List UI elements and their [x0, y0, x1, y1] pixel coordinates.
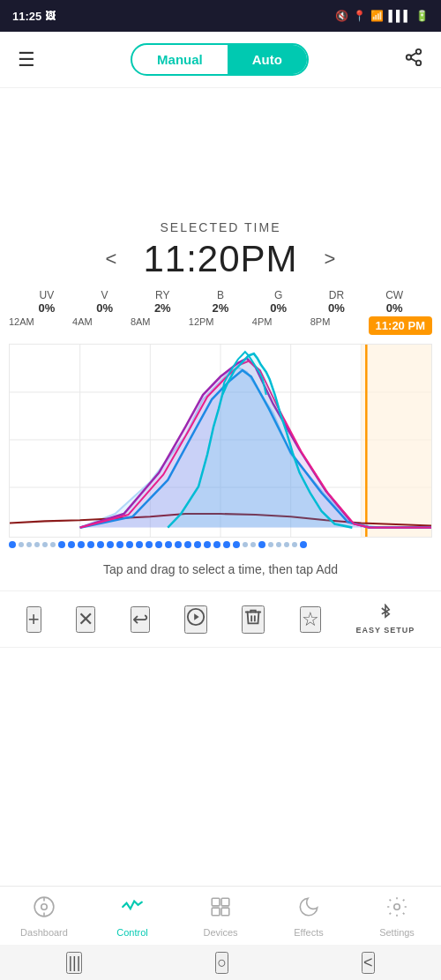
add-icon: + — [28, 608, 40, 631]
recent-apps-button[interactable]: ||| — [66, 952, 82, 974]
star-button[interactable]: ☆ — [300, 606, 321, 633]
status-bar: 11:25 🖼 🔇 📍 📶 ▌▌▌ 🔋 — [0, 0, 441, 32]
scroll-dot-active — [258, 541, 265, 548]
instruction-text: Tap and drag to select a time, then tap … — [0, 552, 441, 590]
nav-control[interactable]: Control — [88, 895, 176, 938]
nav-effects[interactable]: Effects — [265, 895, 353, 938]
scroll-dot-active — [194, 541, 201, 548]
photo-icon: 🖼 — [45, 10, 56, 22]
scroll-dot-active — [213, 541, 220, 548]
next-time-button[interactable]: > — [316, 248, 345, 271]
channel-cw: CW 0% — [365, 289, 423, 315]
svg-rect-24 — [221, 908, 229, 916]
scroll-dot — [50, 542, 56, 547]
svg-rect-13 — [361, 345, 431, 537]
scroll-dot-active — [68, 541, 75, 548]
scroll-dot — [42, 542, 48, 547]
back-button[interactable]: < — [362, 952, 375, 974]
svg-marker-16 — [194, 613, 199, 620]
delete-button[interactable] — [242, 605, 265, 634]
scroll-dot-active — [116, 541, 123, 548]
channel-b: B 2% — [191, 289, 250, 315]
main-content: SELECTED TIME < 11:20PM > UV 0% V 0% RY … — [0, 88, 441, 842]
mute-icon: 🔇 — [335, 10, 348, 22]
scrollbar-dots[interactable] — [0, 538, 441, 552]
svg-line-3 — [411, 58, 416, 62]
scroll-dot-active — [204, 541, 211, 548]
settings-icon — [385, 895, 408, 924]
scroll-dot-active — [9, 541, 16, 548]
play-button[interactable] — [184, 605, 207, 634]
scroll-dot-active — [146, 541, 153, 548]
nav-devices[interactable]: Devices — [176, 895, 265, 938]
system-nav-bar: ||| ○ < — [0, 945, 441, 980]
close-icon: ✕ — [78, 608, 93, 631]
channel-dr: DR 0% — [308, 289, 366, 315]
scroll-dot-active — [58, 541, 65, 548]
scroll-dot-active — [78, 541, 85, 548]
effects-icon — [297, 895, 320, 924]
nav-effects-label: Effects — [294, 927, 323, 938]
delete-icon — [243, 607, 263, 632]
play-icon — [186, 607, 206, 632]
scroll-dot-active — [126, 541, 133, 548]
nav-control-label: Control — [116, 927, 147, 938]
location-icon: 📍 — [353, 10, 366, 22]
middle-spacer — [0, 648, 441, 842]
nav-dashboard[interactable]: Dashboard — [0, 895, 88, 938]
scroll-dot — [243, 542, 248, 547]
scroll-dot-active — [165, 541, 172, 548]
scroll-dot — [268, 542, 273, 547]
chart-container[interactable] — [9, 344, 432, 538]
scroll-dot-active — [97, 541, 104, 548]
easy-setup-label: EASY SETUP — [355, 626, 415, 635]
time-label-8am: 8AM — [131, 316, 151, 335]
scroll-dot-active — [175, 541, 182, 548]
scroll-dot-active — [184, 541, 191, 548]
home-button[interactable]: ○ — [215, 952, 228, 974]
scroll-dot — [292, 542, 297, 547]
battery-icon: 🔋 — [415, 10, 429, 22]
current-time: 11:20PM — [143, 238, 297, 280]
control-icon — [121, 895, 144, 924]
easy-setup-button[interactable]: EASY SETUP — [355, 604, 415, 635]
channel-v: V 0% — [76, 289, 134, 315]
selected-time-label: SELECTED TIME — [0, 220, 441, 234]
svg-rect-22 — [221, 898, 229, 906]
time-label-12am: 12AM — [9, 316, 34, 335]
signal-icon: ▌▌▌ — [388, 10, 411, 22]
scroll-dot-active — [223, 541, 230, 548]
close-button[interactable]: ✕ — [76, 606, 95, 633]
scroll-dot-active — [300, 541, 307, 548]
add-button[interactable]: + — [26, 606, 41, 633]
auto-mode-button[interactable]: Auto — [228, 45, 307, 74]
light-chart[interactable] — [10, 345, 431, 537]
scroll-dot-active — [136, 541, 143, 548]
undo-icon: ↩ — [132, 608, 148, 631]
time-label-12pm: 12PM — [189, 316, 214, 335]
time-display: 11:25 — [12, 10, 41, 23]
mode-toggle: Manual Auto — [131, 43, 309, 76]
toolbar: + ✕ ↩ ☆ — [0, 590, 441, 648]
prev-time-button[interactable]: < — [97, 248, 126, 271]
channel-g: G 0% — [250, 289, 308, 315]
dashboard-icon — [33, 895, 56, 924]
svg-point-25 — [394, 904, 400, 910]
channel-ry: RY 2% — [133, 289, 191, 315]
svg-rect-21 — [212, 898, 220, 906]
manual-mode-button[interactable]: Manual — [132, 45, 228, 74]
top-spacer — [0, 88, 441, 212]
undo-button[interactable]: ↩ — [131, 606, 150, 633]
time-axis: 12AM 4AM 8AM 12PM 4PM 8PM 11:20 PM — [0, 315, 441, 337]
nav-settings[interactable]: Settings — [353, 895, 441, 938]
nav-devices-label: Devices — [203, 927, 237, 938]
scroll-dot-active — [155, 541, 162, 548]
status-icons: 🔇 📍 📶 ▌▌▌ 🔋 — [335, 10, 429, 22]
nav-dashboard-label: Dashboard — [20, 927, 68, 938]
share-icon[interactable] — [404, 48, 423, 71]
time-label-4am: 4AM — [72, 316, 93, 335]
scroll-dot-active — [87, 541, 94, 548]
menu-button[interactable]: ☰ — [18, 48, 35, 71]
selected-time-section: SELECTED TIME < 11:20PM > — [0, 212, 441, 280]
scroll-dot-active — [107, 541, 114, 548]
